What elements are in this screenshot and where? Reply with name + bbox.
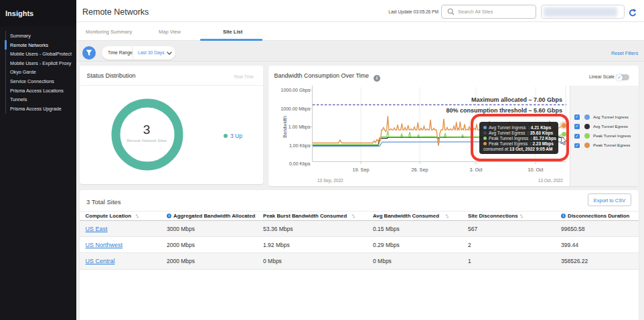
- svg-text:1000.00 Gbps: 1000.00 Gbps: [281, 88, 311, 93]
- svg-text:26. Sep: 26. Sep: [412, 167, 428, 173]
- svg-text:13 Sep, 2022: 13 Sep, 2022: [317, 178, 343, 183]
- svg-text:19. Sep: 19. Sep: [353, 167, 370, 173]
- svg-text:0.00 Kbps: 0.00 Kbps: [289, 161, 311, 167]
- svg-text:1.00 Kbps: 1.00 Kbps: [289, 143, 311, 149]
- svg-text:13 Oct, 2022: 13 Oct, 2022: [538, 178, 564, 183]
- svg-text:1000.00 Mbps: 1000.00 Mbps: [280, 106, 311, 112]
- svg-text:3. Oct: 3. Oct: [469, 167, 482, 173]
- svg-text:1.00 Mbps: 1.00 Mbps: [289, 125, 311, 130]
- svg-text:Maximum allocated – 7.00 Gbps: Maximum allocated – 7.00 Gbps: [471, 96, 562, 103]
- svg-text:Bandwidth: Bandwidth: [283, 116, 287, 138]
- svg-text:80% consumption threshold – 5.: 80% consumption threshold – 5.60 Gbps: [446, 107, 562, 114]
- svg-text:10. Oct: 10. Oct: [528, 167, 543, 173]
